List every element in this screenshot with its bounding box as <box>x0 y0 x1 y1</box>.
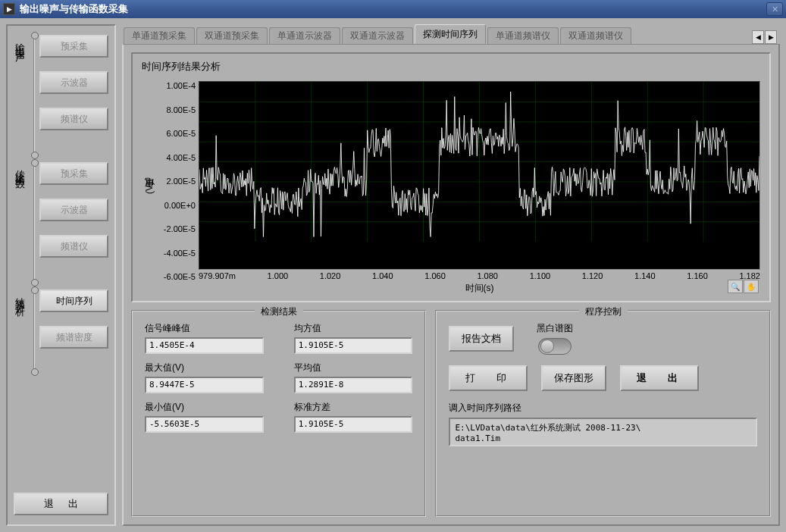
sidebar-btn-timeseries[interactable]: 时间序列 <box>39 289 108 312</box>
result-value: 8.9447E-5 <box>145 377 264 393</box>
ytick: 8.00E-5 <box>158 105 196 114</box>
result-mean: 平均值 1.2891E-8 <box>294 361 413 393</box>
xtick: 1.140 <box>634 271 656 280</box>
sidebar-group-label-result: 结果分析 <box>14 289 26 302</box>
chart-ylabel: 电压(V) <box>142 81 158 295</box>
sidebar-divider <box>33 162 35 283</box>
control-legend: 程序控制 <box>579 305 628 318</box>
ytick: -6.00E-5 <box>158 272 196 281</box>
tab-detect-timeseries[interactable]: 探测时间序列 <box>415 24 486 44</box>
result-max: 最大值(V) 8.9447E-5 <box>145 361 264 393</box>
exit-button[interactable]: 退 出 <box>620 365 699 391</box>
path-wrap: 调入时间序列路径 E:\LVData\data\红外系统测试 2008-11-2… <box>449 402 757 446</box>
result-value: 1.9105E-5 <box>294 416 413 433</box>
result-value: 1.2891E-8 <box>294 377 413 393</box>
sidebar-group-label-output-noise: 输出噪声 <box>14 35 26 47</box>
ytick: 2.00E-5 <box>158 177 196 186</box>
sidebar-exit-button[interactable]: 退 出 <box>14 493 108 515</box>
app-window: ▶ 输出噪声与传输函数采集 ✕ 输出噪声 预采集 示波器 频谱仪 传输函数 预采… <box>0 0 786 532</box>
sidebar-btn-spectrum-1[interactable]: 频谱仪 <box>39 108 108 130</box>
chart-svg <box>199 82 759 242</box>
control-fieldset: 程序控制 报告文档 黑白谱图 打 印 <box>435 310 771 517</box>
sidebar-btn-preacquire-2[interactable]: 预采集 <box>39 162 108 185</box>
tab-dual-preacquire[interactable]: 双通道预采集 <box>196 27 268 44</box>
save-image-button[interactable]: 保存图形 <box>541 365 606 391</box>
xtick: 1.060 <box>424 271 446 280</box>
result-value: 1.9105E-5 <box>294 337 413 354</box>
titlebar: ▶ 输出噪声与传输函数采集 ✕ <box>0 0 786 18</box>
result-label: 信号峰峰值 <box>145 322 264 335</box>
xtick: 1.000 <box>268 271 289 280</box>
chart-xticks: 979.907m 1.000 1.020 1.040 1.060 1.080 1… <box>199 270 760 280</box>
xtick: 1.120 <box>582 271 603 280</box>
bw-toggle-label: 黑白谱图 <box>537 322 573 335</box>
print-button[interactable]: 打 印 <box>449 365 528 391</box>
chart-yticks: 1.00E-4 8.00E-5 6.00E-5 4.00E-5 2.00E-5 … <box>158 81 199 295</box>
close-button[interactable]: ✕ <box>766 2 783 16</box>
result-std: 标准方差 1.9105E-5 <box>294 401 413 433</box>
xtick: 1.100 <box>530 271 551 280</box>
results-fieldset: 检测结果 信号峰峰值 1.4505E-4 均方值 1.9105E-5 <box>131 310 426 517</box>
result-rms: 均方值 1.9105E-5 <box>294 322 413 354</box>
toggle-knob <box>540 340 554 353</box>
bw-toggle-wrap: 黑白谱图 <box>537 322 573 355</box>
path-label: 调入时间序列路径 <box>449 402 757 415</box>
tab-scroll-left[interactable]: ◀ <box>752 30 764 44</box>
xtick: 1.160 <box>687 271 708 280</box>
result-label: 平均值 <box>294 361 413 374</box>
results-legend: 检测结果 <box>255 305 303 318</box>
xtick: 1.080 <box>477 271 498 280</box>
ytick: 4.00E-5 <box>158 153 196 162</box>
tab-dual-oscilloscope[interactable]: 双通道示波器 <box>342 27 413 44</box>
bw-toggle[interactable] <box>538 338 571 355</box>
chart-plot[interactable] <box>199 81 760 270</box>
ytick: -2.00E-5 <box>158 224 196 233</box>
main-area: 输出噪声 预采集 示波器 频谱仪 传输函数 预采集 示波器 频谱仪 结果分析 <box>0 18 786 532</box>
report-button[interactable]: 报告文档 <box>449 326 514 352</box>
ytick: 0.00E+0 <box>158 201 196 210</box>
result-label: 标准方差 <box>294 401 413 414</box>
bottom-row: 检测结果 信号峰峰值 1.4505E-4 均方值 1.9105E-5 <box>131 310 771 517</box>
zoom-tool-icon[interactable]: 🔍 <box>728 280 743 293</box>
tab-single-oscilloscope[interactable]: 单通道示波器 <box>269 27 340 44</box>
result-label: 最小值(V) <box>145 401 264 414</box>
result-value: -5.5603E-5 <box>145 416 264 433</box>
tab-dual-spectrum[interactable]: 双通道频谱仪 <box>560 27 631 44</box>
sidebar: 输出噪声 预采集 示波器 频谱仪 传输函数 预采集 示波器 频谱仪 结果分析 <box>6 24 116 526</box>
tab-bar: 单通道预采集 双通道预采集 单通道示波器 双通道示波器 探测时间序列 单通道频谱… <box>122 24 780 44</box>
result-min: 最小值(V) -5.5603E-5 <box>145 401 264 433</box>
chart-title: 时间序列结果分析 <box>142 60 760 74</box>
xtick: 1.020 <box>320 271 341 280</box>
ytick: 6.00E-5 <box>158 129 196 138</box>
sidebar-btn-preacquire-1[interactable]: 预采集 <box>39 35 108 58</box>
tab-scroll-right[interactable]: ▶ <box>765 30 777 44</box>
chart-xlabel: 时间(s) <box>199 282 760 295</box>
chart-tools: 🔍 ✋ <box>728 280 759 293</box>
path-value: E:\LVData\data\红外系统测试 2008-11-23\ data1.… <box>449 418 757 446</box>
sidebar-divider <box>33 35 35 156</box>
result-value: 1.4505E-4 <box>145 337 264 354</box>
result-label: 最大值(V) <box>145 361 264 374</box>
sidebar-btn-spectrum-2[interactable]: 频谱仪 <box>39 235 108 258</box>
ytick: -4.00E-5 <box>158 249 196 258</box>
pan-tool-icon[interactable]: ✋ <box>744 280 759 293</box>
sidebar-btn-oscilloscope-1[interactable]: 示波器 <box>39 71 108 94</box>
sidebar-group-label-transfer: 传输函数 <box>14 162 26 174</box>
result-peak-to-peak: 信号峰峰值 1.4505E-4 <box>145 322 264 354</box>
chart-container: 时间序列结果分析 电压(V) 1.00E-4 8.00E-5 6.00E-5 4… <box>131 52 771 302</box>
sidebar-btn-oscilloscope-2[interactable]: 示波器 <box>39 199 108 221</box>
tab-single-preacquire[interactable]: 单通道预采集 <box>124 27 195 44</box>
tab-panel: 时间序列结果分析 电压(V) 1.00E-4 8.00E-5 6.00E-5 4… <box>122 44 780 526</box>
xtick: 1.040 <box>372 271 393 280</box>
xtick: 979.907m <box>199 271 236 280</box>
app-icon: ▶ <box>3 3 15 15</box>
window-title: 输出噪声与传输函数采集 <box>20 2 766 16</box>
tab-single-spectrum[interactable]: 单通道频谱仪 <box>487 27 559 44</box>
result-label: 均方值 <box>294 322 413 335</box>
content: 单通道预采集 双通道预采集 单通道示波器 双通道示波器 探测时间序列 单通道频谱… <box>122 24 780 526</box>
sidebar-btn-spectral-density[interactable]: 频谱密度 <box>39 326 108 349</box>
ytick: 1.00E-4 <box>158 81 196 90</box>
sidebar-divider <box>33 289 35 373</box>
